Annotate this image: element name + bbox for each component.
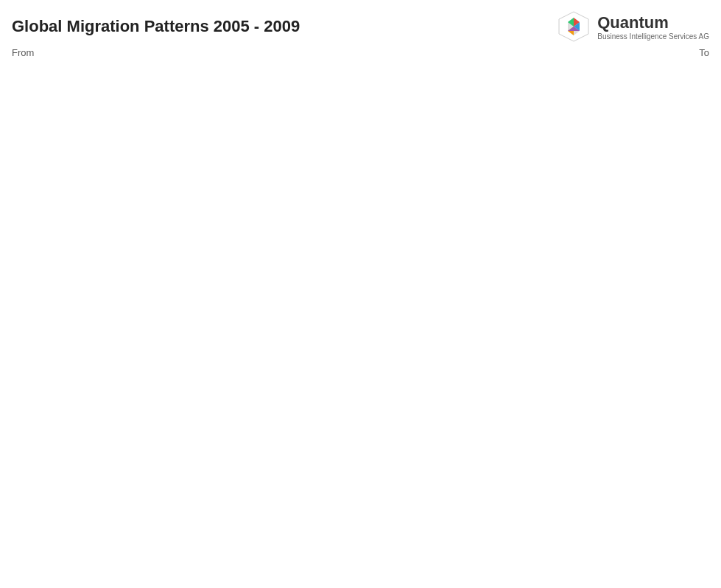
logo-subtitle: Business Intelligence Services AG: [597, 32, 709, 41]
chart-title: Global Migration Patterns 2005 - 2009: [12, 17, 300, 36]
to-label: To: [699, 47, 709, 58]
axis-labels: From To: [0, 47, 721, 58]
from-label: From: [12, 47, 34, 58]
sankey-chart: [0, 61, 721, 577]
logo-brand: Quantum: [597, 13, 669, 32]
logo-icon: [556, 9, 591, 44]
header: Global Migration Patterns 2005 - 2009 Qu…: [0, 0, 721, 47]
logo: Quantum Business Intelligence Services A…: [556, 9, 709, 44]
sankey-canvas: [0, 61, 721, 577]
logo-text: Quantum Business Intelligence Services A…: [597, 13, 709, 41]
